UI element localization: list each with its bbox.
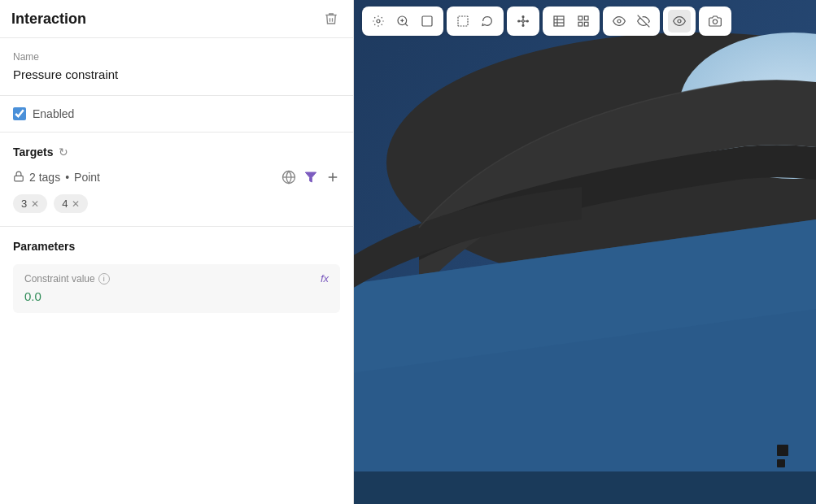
zoom-icon[interactable] [391,10,414,33]
name-label: Name [13,51,340,63]
enabled-row: Enabled [0,96,353,133]
tags-actions [281,170,340,185]
viewport-panel[interactable] [354,0,816,504]
svg-rect-26 [578,16,583,20]
toolbar-group-3 [507,7,539,36]
toolbar-group-4 [543,7,600,36]
svg-rect-11 [422,16,432,26]
name-section: Name [0,38,353,96]
filter-button[interactable] [304,171,317,184]
grid-icon[interactable] [572,10,595,33]
tags-separator: • [65,171,69,184]
tag-remove-3[interactable]: ✕ [31,199,39,209]
add-tag-button[interactable] [325,170,340,185]
enabled-label: Enabled [33,107,74,120]
lock-icon [13,171,24,185]
frame-icon[interactable] [416,10,439,33]
name-input[interactable] [13,67,340,81]
svg-rect-40 [777,459,785,467]
eye-active-icon[interactable] [668,10,691,33]
panel-title: Interaction [11,11,86,28]
svg-rect-27 [584,16,588,20]
constraint-label-row: Constraint value i fx [24,272,329,285]
parameters-section: Parameters Constraint value i fx 0.0 [0,227,353,326]
panel-header: Interaction [0,0,353,38]
eye2-icon[interactable] [632,10,655,33]
toolbar-group-1 [362,7,443,36]
tags-info: 2 tags • Point [13,171,100,185]
svg-point-32 [678,20,681,23]
targets-header: Targets ↻ [13,146,340,159]
svg-point-14 [522,16,524,18]
toolbar-group-7 [699,7,731,36]
svg-point-6 [377,20,380,23]
svg-point-16 [518,20,520,22]
svg-rect-28 [578,22,583,26]
toolbar-group-6 [663,7,696,36]
svg-line-8 [405,24,408,26]
left-panel: Interaction Name Enabled Targets ↻ [0,0,354,504]
lasso-icon[interactable] [476,10,499,33]
svg-rect-39 [777,445,788,456]
tags-count: 2 tags [29,171,60,184]
toolbar-group-2 [447,7,504,36]
svg-rect-22 [554,16,564,26]
svg-point-17 [526,20,528,22]
rect-select-icon[interactable] [452,10,474,33]
delete-button[interactable] [321,8,342,29]
svg-rect-43 [354,471,816,504]
svg-rect-29 [584,22,588,26]
node-icon[interactable] [512,10,535,33]
tag-chip-4: 4 ✕ [54,194,88,213]
toolbar-group-5 [603,7,660,36]
tags-type: Point [74,171,100,184]
constraint-box: Constraint value i fx 0.0 [13,264,340,313]
tag-label-4: 4 [62,198,68,210]
targets-section: Targets ↻ 2 tags • Point [0,133,353,227]
tag-label-3: 3 [21,198,27,210]
fx-button[interactable]: fx [321,272,329,285]
svg-point-30 [617,20,621,23]
camera2-icon[interactable] [704,10,727,33]
globe-button[interactable] [281,170,296,185]
3d-scene[interactable] [354,0,816,504]
parameters-title: Parameters [13,240,340,253]
tag-chip-3: 3 ✕ [13,194,47,213]
svg-marker-3 [305,172,316,182]
tags-row: 2 tags • Point [13,170,340,185]
svg-rect-0 [15,176,24,180]
refresh-icon[interactable]: ↻ [59,146,68,159]
toolbar [362,7,808,36]
svg-point-33 [713,20,717,24]
svg-point-13 [522,20,525,23]
svg-point-15 [522,24,524,26]
targets-title: Targets [13,146,54,159]
constraint-value: 0.0 [24,289,329,303]
svg-rect-12 [458,16,468,26]
camera-icon[interactable] [367,10,390,33]
eye-icon[interactable] [608,10,631,33]
tag-remove-4[interactable]: ✕ [72,199,80,209]
constraint-label: Constraint value i [24,273,110,285]
enabled-checkbox[interactable] [13,107,26,120]
table-icon[interactable] [548,10,570,33]
info-icon[interactable]: i [98,273,110,285]
tag-chips: 3 ✕ 4 ✕ [13,194,340,213]
